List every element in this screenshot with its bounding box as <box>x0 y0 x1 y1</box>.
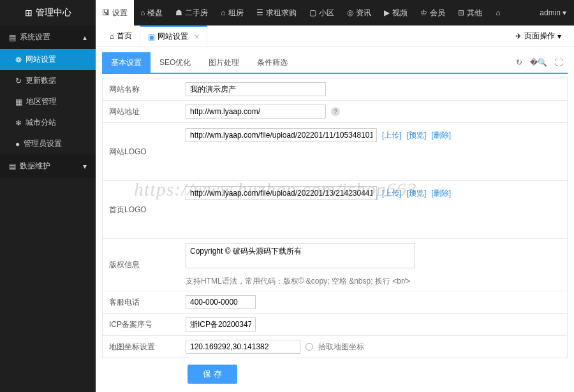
delete-link[interactable]: [删除] <box>431 130 451 141</box>
label-service-tel: 客服电话 <box>103 291 179 313</box>
video-icon: ▶ <box>384 8 390 17</box>
brand: ⊞ 管理中心 <box>0 7 96 18</box>
site-logo-input[interactable] <box>186 128 377 142</box>
label-home-logo: 首页LOGO <box>103 181 179 238</box>
plane-icon: ✈ <box>515 32 522 41</box>
label-map: 地图坐标设置 <box>103 336 179 358</box>
preview-link[interactable]: [预览] <box>407 130 427 141</box>
sidebar-item-city[interactable]: ❄城市分站 <box>0 112 96 133</box>
label-site-url: 网站地址 <box>103 101 179 122</box>
dot-icon: ● <box>15 140 20 149</box>
refresh-icon: ↻ <box>15 76 22 85</box>
sidebar-item-update[interactable]: ↻更新数据 <box>0 70 96 91</box>
sidebar-item-area[interactable]: ▦地区管理 <box>0 91 96 112</box>
map-icon: ▦ <box>15 98 22 106</box>
upload-link[interactable]: [上传] <box>382 130 402 141</box>
map-pick-link[interactable]: 拾取地图坐标 <box>318 342 364 352</box>
nav-qita[interactable]: ⊟其他 <box>452 0 489 25</box>
rent-icon: ⌂ <box>221 8 225 17</box>
house-icon: ☗ <box>175 8 182 17</box>
label-site-logo: 网站LOGO <box>103 123 179 180</box>
news-icon: ◎ <box>347 8 353 17</box>
upload-link-2[interactable]: [上传] <box>382 188 402 199</box>
other-icon: ⊟ <box>458 8 464 17</box>
sidebar-item-admin[interactable]: ●管理员设置 <box>0 133 96 154</box>
nav-settings[interactable]: 🖫设置 <box>96 0 134 25</box>
expand-icon[interactable]: ⛶ <box>555 58 563 67</box>
sidebar-item-website[interactable]: ❁网站设置 <box>0 49 96 70</box>
square-icon: ▣ <box>148 33 155 41</box>
map-coord-input[interactable] <box>186 340 300 354</box>
inner-tab-basic[interactable]: 基本设置 <box>102 52 151 73</box>
copyright-hint: 支持HTML语法，常用代码：版权© &copy; 空格 &nbsp; 换行 <b… <box>186 276 410 287</box>
search-icon[interactable]: �🔍 <box>530 58 547 67</box>
service-tel-input[interactable] <box>186 295 256 309</box>
help-icon[interactable]: ? <box>331 107 340 116</box>
label-site-name: 网站名称 <box>103 78 179 100</box>
tab-home[interactable]: ⌂首页 <box>102 25 140 47</box>
label-icp: ICP备案序号 <box>103 314 179 335</box>
grid-icon: ⊞ <box>25 8 33 18</box>
label-copyright: 版权信息 <box>103 239 179 291</box>
nav-zixun[interactable]: ◎资讯 <box>341 0 378 25</box>
site-url-input[interactable] <box>186 105 326 119</box>
nav-loupan[interactable]: ⌂楼盘 <box>134 0 169 25</box>
nav-qiugou[interactable]: ☰求租求购 <box>250 0 303 25</box>
nav-home-icon[interactable]: ⌂ <box>489 0 508 25</box>
area-icon: ▢ <box>309 8 316 17</box>
tab-website[interactable]: ▣网站设置× <box>140 25 207 47</box>
home-logo-input[interactable] <box>186 186 377 200</box>
nav-shipin[interactable]: ▶视频 <box>378 0 414 25</box>
floppy-icon: 🖫 <box>102 8 110 17</box>
close-icon[interactable]: × <box>195 33 199 41</box>
site-name-input[interactable] <box>186 82 326 96</box>
sidebar-group-system[interactable]: ▤系统设置 ▴ <box>0 25 96 49</box>
nav-xiaoqu[interactable]: ▢小区 <box>303 0 341 25</box>
building-icon: ⌂ <box>140 8 145 17</box>
nav-ershou[interactable]: ☗二手房 <box>169 0 214 25</box>
list-icon: ☰ <box>256 8 263 17</box>
nav-admin[interactable]: admin ▾ <box>540 8 574 17</box>
radio-icon[interactable] <box>305 343 313 351</box>
db-icon: ▤ <box>9 162 16 171</box>
user-icon: ♔ <box>420 8 427 17</box>
home-icon: ⌂ <box>110 32 114 41</box>
refresh-icon[interactable]: ↻ <box>516 58 522 67</box>
nav-zufang[interactable]: ⌂租房 <box>214 0 249 25</box>
chevron-up-icon: ▴ <box>83 33 87 42</box>
sidebar-group-data[interactable]: ▤数据维护 ▾ <box>0 154 96 178</box>
save-button[interactable]: 保 存 <box>188 365 237 384</box>
nav-huiyuan[interactable]: ♔会员 <box>414 0 452 25</box>
inner-tab-seo[interactable]: SEO优化 <box>151 52 200 73</box>
globe-icon: ❁ <box>15 55 22 64</box>
chevron-down-icon: ▾ <box>557 32 561 41</box>
chevron-down-icon: ▾ <box>83 162 87 171</box>
brand-text: 管理中心 <box>36 7 71 18</box>
chevron-down-icon: ▾ <box>563 8 566 17</box>
delete-link-2[interactable]: [删除] <box>431 188 451 199</box>
inner-tab-filter[interactable]: 条件筛选 <box>248 52 297 73</box>
copyright-textarea[interactable]: Copyright © 破码头源码下载所有 <box>186 243 415 268</box>
icp-input[interactable] <box>186 317 256 331</box>
inner-tab-image[interactable]: 图片处理 <box>200 52 248 73</box>
page-actions[interactable]: ✈页面操作▾ <box>509 31 568 41</box>
home-icon: ⌂ <box>496 8 501 17</box>
snow-icon: ❄ <box>15 119 22 127</box>
preview-link-2[interactable]: [预览] <box>407 188 427 199</box>
gear-icon: ▤ <box>9 33 16 42</box>
